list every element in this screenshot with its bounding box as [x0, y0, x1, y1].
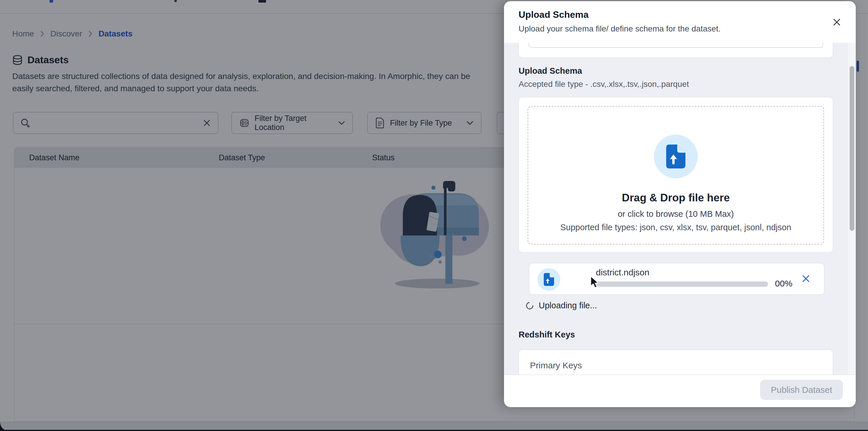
dropzone-supported-types: Supported file types: json, csv, xlsx, t…: [528, 223, 824, 232]
uploading-status-row: Uploading file...: [525, 301, 597, 310]
primary-keys-card: Primary Keys: [518, 350, 833, 374]
upload-card: Drag & Drop file here or click to browse…: [518, 97, 833, 253]
redshift-keys-label: Redshift Keys: [519, 330, 575, 339]
file-upload-icon: [666, 144, 685, 168]
file-icon-circle: [537, 268, 560, 291]
drawer-scrollbar-thumb[interactable]: [849, 66, 854, 231]
file-dropzone[interactable]: Drag & Drop file here or click to browse…: [528, 106, 824, 244]
upload-progress-percent: 00%: [775, 278, 793, 289]
drawer-header: Upload Schema Upload your schema file/ d…: [504, 1, 856, 43]
uploading-filename: district.ndjson: [596, 267, 649, 277]
close-icon: [832, 18, 841, 27]
drawer-body: Upload Schema Accepted file type - .csv,…: [504, 43, 856, 374]
dropzone-title: Drag & Drop file here: [528, 192, 824, 204]
scrolled-input-field[interactable]: [528, 43, 823, 48]
upload-icon-circle: [654, 135, 698, 178]
drawer-scrollbar-track: [848, 43, 856, 374]
spinner-icon: [525, 301, 534, 310]
drawer-subtitle: Upload your schema file/ define schema f…: [519, 24, 841, 34]
close-button[interactable]: [831, 16, 843, 28]
file-upload-icon: [544, 273, 554, 286]
cancel-icon: [802, 274, 810, 283]
accepted-file-types-text: Accepted file type - .csv,.xlsx,.tsv,.js…: [519, 79, 689, 89]
upload-schema-drawer: Upload Schema Upload your schema file/ d…: [504, 1, 856, 407]
upload-progress-bar: [595, 281, 768, 287]
uploading-status-text: Uploading file...: [539, 301, 597, 310]
scrolled-field-card: [518, 43, 833, 58]
uploading-file-row: district.ndjson 00%: [529, 263, 825, 295]
primary-keys-label: Primary Keys: [530, 361, 582, 370]
publish-dataset-button[interactable]: Publish Dataset: [760, 380, 843, 400]
drawer-footer: Publish Dataset: [504, 374, 856, 407]
upload-schema-section-label: Upload Schema: [519, 66, 582, 76]
dropzone-subtitle: or click to browse (10 MB Max): [528, 209, 824, 219]
cancel-upload-button[interactable]: [800, 273, 812, 285]
drawer-title: Upload Schema: [519, 9, 841, 20]
